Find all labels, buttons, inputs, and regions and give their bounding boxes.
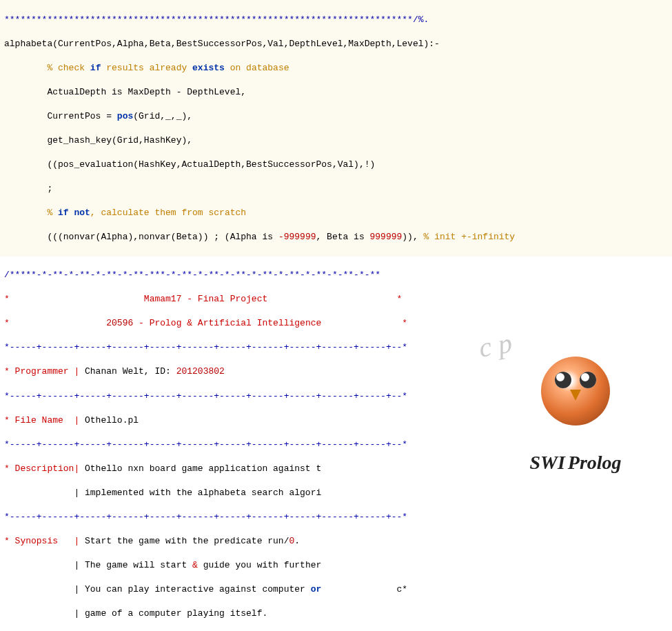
description-label: * Description| bbox=[4, 463, 79, 474]
filename-label: * File Name | bbox=[4, 415, 79, 425]
separator-line: ****************************************… bbox=[4, 14, 429, 25]
filename-value: Othello.pl bbox=[79, 415, 139, 425]
programmer-label: * Programmer | bbox=[4, 366, 79, 377]
top-code-block: ****************************************… bbox=[0, 0, 672, 257]
synopsis-label: * Synopsis | bbox=[4, 536, 79, 546]
banner-comment-block: /*****-*-**-*-**-*-**-*-**-***-*-**-*-**… bbox=[0, 257, 672, 631]
predicate-signature: alphabeta(CurrentPos,Alpha,Beta,BestSucc… bbox=[4, 38, 668, 50]
